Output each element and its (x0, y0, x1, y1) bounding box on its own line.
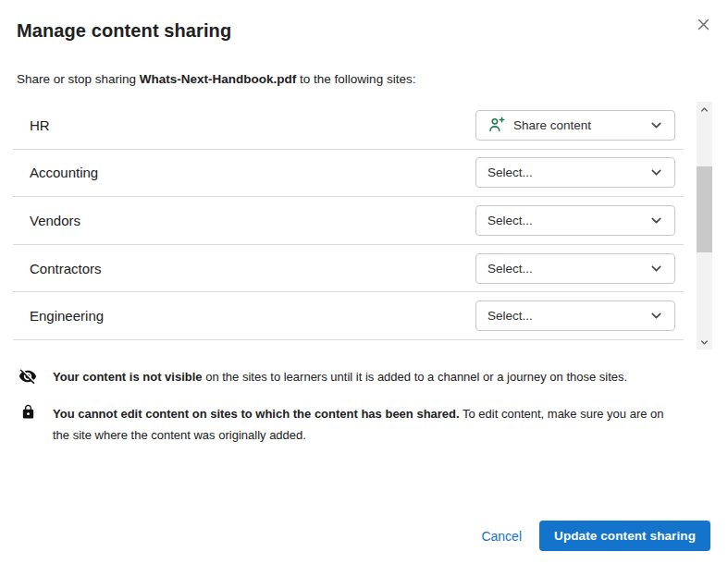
subtitle-suffix: to the following sites: (296, 72, 415, 86)
note-editing: You cannot edit content on sites to whic… (19, 403, 677, 446)
dropdown-value: Select... (487, 262, 644, 276)
scroll-down-arrow[interactable] (697, 335, 712, 349)
person-add-icon (487, 116, 506, 134)
subtitle-prefix: Share or stop sharing (17, 72, 140, 86)
dropdown-value: Select... (487, 309, 644, 323)
dropdown-value: Select... (487, 166, 644, 179)
note-bold-text: Your content is not visible (53, 370, 203, 384)
site-row-vendors: Vendors Select... (13, 197, 684, 245)
subtitle-filename: Whats-Next-Handbook.pdf (140, 72, 297, 86)
close-icon (696, 17, 711, 32)
chevron-down-icon (649, 214, 663, 227)
scrollbar[interactable] (697, 102, 712, 349)
site-sharing-dropdown-engineering[interactable]: Select... (475, 300, 675, 331)
site-row-hr: HR Share content (13, 102, 684, 150)
site-list: HR Share content Accounting (13, 102, 684, 340)
chevron-down-icon (649, 166, 663, 179)
dialog-footer: Cancel Update content sharing (481, 521, 710, 551)
note-bold-text: You cannot edit content on sites to whic… (53, 407, 460, 421)
note-rest-text: on the sites to learners until it is add… (203, 370, 628, 384)
cancel-button[interactable]: Cancel (481, 529, 522, 544)
lock-icon (19, 403, 41, 446)
site-name: HR (13, 117, 50, 133)
dropdown-value: Share content (513, 118, 644, 132)
site-name: Accounting (13, 165, 98, 180)
manage-content-sharing-dialog: Manage content sharing Share or stop sha… (0, 0, 728, 564)
chevron-down-icon (649, 262, 663, 276)
notes-section: Your content is not visible on the sites… (19, 366, 677, 461)
chevron-down-icon (649, 118, 663, 132)
update-content-sharing-button[interactable]: Update content sharing (539, 521, 710, 551)
scroll-up-arrow[interactable] (697, 102, 712, 116)
note-text: You cannot edit content on sites to whic… (53, 403, 677, 446)
site-sharing-dropdown-hr[interactable]: Share content (475, 110, 675, 141)
dialog-subtitle: Share or stop sharing Whats-Next-Handboo… (17, 72, 415, 86)
close-button[interactable] (689, 10, 717, 38)
dropdown-value: Select... (487, 214, 644, 227)
site-sharing-dropdown-accounting[interactable]: Select... (475, 157, 675, 188)
dialog-title: Manage content sharing (17, 20, 231, 42)
site-name: Engineering (13, 308, 104, 324)
scroll-thumb[interactable] (697, 166, 712, 252)
site-row-contractors: Contractors Select... (13, 245, 684, 293)
eye-off-icon (19, 366, 41, 387)
site-sharing-dropdown-vendors[interactable]: Select... (475, 205, 675, 236)
chevron-down-icon (649, 309, 663, 323)
site-sharing-dropdown-contractors[interactable]: Select... (475, 253, 675, 284)
note-text: Your content is not visible on the sites… (53, 366, 677, 387)
site-name: Contractors (13, 261, 102, 276)
site-row-engineering: Engineering Select... (13, 292, 684, 340)
note-visibility: Your content is not visible on the sites… (19, 366, 677, 387)
site-row-accounting: Accounting Select... (13, 150, 684, 198)
site-name: Vendors (13, 213, 80, 228)
